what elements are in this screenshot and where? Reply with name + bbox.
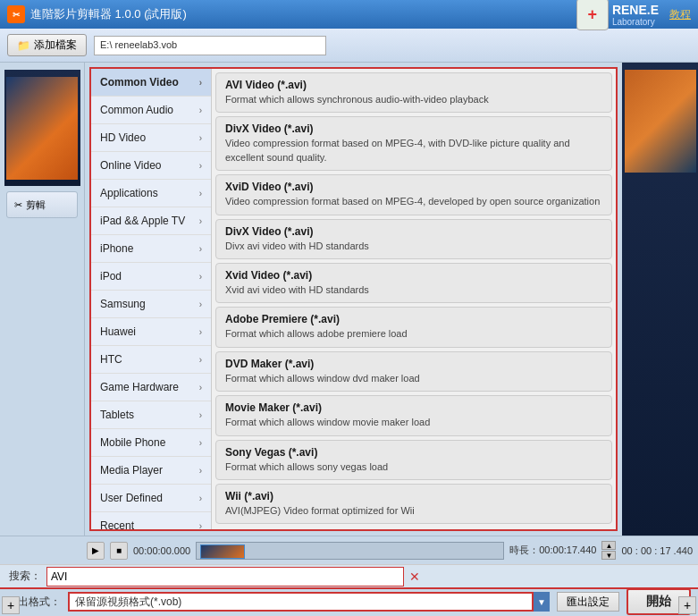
add-clip-right-button[interactable]: + (678, 596, 696, 614)
category-arrow-icon: › (199, 216, 202, 226)
format-name: Adobe Premiere (*.avi) (225, 313, 602, 325)
category-label: User Defined (100, 492, 163, 504)
preview-thumbnail-right (625, 70, 696, 173)
category-item-samsung[interactable]: Samsung› (91, 291, 211, 318)
edit-button[interactable]: ✂ 剪輯 (6, 191, 78, 218)
format-desc: Video compression format based on MPEG-4… (225, 137, 602, 165)
timeline-track[interactable] (196, 542, 504, 560)
play-button[interactable]: ▶ (87, 542, 105, 560)
format-item[interactable]: XviD Video (*.avi)Video compression form… (215, 174, 612, 215)
format-name: DVD Maker (*.avi) (225, 358, 602, 370)
category-list: Common Video›Common Audio›HD Video›Onlin… (91, 69, 212, 529)
format-item[interactable]: DVD Maker (*.avi)Format which allows win… (215, 351, 612, 392)
format-name: DivX Video (*.avi) (225, 122, 602, 135)
format-item[interactable]: Movie Maker (*.avi)Format which allows w… (215, 395, 612, 435)
category-arrow-icon: › (199, 78, 202, 88)
category-label: HTC (100, 353, 122, 366)
category-item-common-video[interactable]: Common Video› (91, 69, 211, 97)
time-spinner-down[interactable]: ▼ (601, 551, 616, 560)
category-label: iPhone (100, 242, 133, 255)
duration-display: 時長：00:00:17.440 (509, 544, 596, 557)
format-desc: AVI(MJPEG) Video format optimized for Wi… (225, 504, 602, 518)
category-item-recent[interactable]: Recent› (91, 512, 211, 529)
category-arrow-icon: › (199, 105, 202, 115)
category-arrow-icon: › (199, 161, 202, 171)
title-bar: ✂ 進階影片剪輯器 1.0.0 (試用版) + RENE.E Laborator… (0, 0, 698, 29)
category-item-ipad-apple-tv[interactable]: iPad && Apple TV› (91, 207, 211, 235)
format-item[interactable]: Wii (*.avi)AVI(MJPEG) Video format optim… (215, 484, 612, 524)
add-file-button[interactable]: 📁 添加檔案 (7, 34, 87, 56)
category-label: Mobile Phone (100, 436, 165, 449)
rene-logo-sub: Laboratory (612, 17, 659, 27)
timeline-clip (200, 544, 245, 559)
format-item[interactable]: Sony Vegas (*.avi)Format which allows so… (215, 440, 612, 480)
format-desc: Format which allows adobe premiere load (225, 327, 602, 341)
format-item[interactable]: Adobe Premiere (*.avi)Format which allow… (215, 307, 612, 347)
category-arrow-icon: › (199, 466, 202, 476)
search-input[interactable] (46, 567, 404, 586)
file-path-display: E:\ reneelab3.vob (94, 36, 326, 55)
category-arrow-icon: › (199, 244, 202, 254)
time-spinner: ▲ ▼ (601, 541, 616, 560)
title-bar-right: + RENE.E Laboratory 教程 (576, 0, 691, 30)
category-arrow-icon: › (199, 133, 202, 143)
format-name: Sony Vegas (*.avi) (225, 446, 602, 459)
stop-button[interactable]: ■ (110, 542, 128, 560)
category-item-tablets[interactable]: Tablets› (91, 401, 211, 429)
format-name: XviD Video (*.avi) (225, 181, 602, 193)
search-label: 搜索： (9, 569, 41, 584)
category-item-media-player[interactable]: Media Player› (91, 457, 211, 485)
time-spinner-up[interactable]: ▲ (601, 541, 616, 550)
category-item-hd-video[interactable]: HD Video› (91, 124, 211, 152)
app-icon: ✂ (7, 5, 25, 23)
category-label: iPod (100, 270, 122, 283)
category-item-common-audio[interactable]: Common Audio› (91, 97, 211, 124)
format-name: DivX Video (*.avi) (225, 225, 602, 238)
format-item[interactable]: DivX Video (*.avi)Video compression form… (215, 116, 612, 171)
format-item[interactable]: DivX Video (*.avi)Divx avi video with HD… (215, 219, 612, 259)
category-label: Huawei (100, 325, 136, 338)
category-arrow-icon: › (199, 300, 202, 309)
category-item-ipod[interactable]: iPod› (91, 263, 211, 291)
category-item-game-hardware[interactable]: Game Hardware› (91, 374, 211, 401)
export-format-dropdown-button[interactable]: ▼ (534, 592, 550, 612)
category-item-htc[interactable]: HTC› (91, 346, 211, 374)
category-label: Applications (100, 187, 158, 199)
scissors-icon: ✂ (14, 199, 22, 211)
toolbar: 📁 添加檔案 E:\ reneelab3.vob (0, 29, 698, 63)
export-settings-button[interactable]: 匯出設定 (557, 592, 619, 612)
format-item[interactable]: AVI Video (*.avi)Format which allows syn… (215, 72, 612, 113)
format-panel: Common Video›Common Audio›HD Video›Onlin… (89, 67, 618, 531)
category-item-iphone[interactable]: iPhone› (91, 235, 211, 263)
format-desc: Divx avi video with HD standards (225, 240, 602, 253)
main-area: ✂ 剪輯 Common Video›Common Audio›HD Video›… (0, 63, 698, 536)
search-clear-button[interactable]: ✕ (409, 570, 420, 584)
app-title: 進階影片剪輯器 1.0.0 (試用版) (30, 6, 187, 22)
category-arrow-icon: › (199, 410, 202, 420)
format-name: Xvid Video (*.avi) (225, 269, 602, 282)
rene-logo-icon: + (576, 0, 609, 30)
format-item[interactable]: Xvid Video (*.avi)Xvid avi video with HD… (215, 263, 612, 303)
category-item-applications[interactable]: Applications› (91, 180, 211, 207)
add-clip-left-button[interactable]: + (2, 596, 20, 614)
category-label: Common Audio (100, 104, 173, 116)
export-format-display: 保留源視頻格式(*.vob) (68, 592, 534, 612)
format-list: AVI Video (*.avi)Format which allows syn… (212, 69, 616, 529)
time-right-display: 00 : 00 : 17 .440 (621, 545, 693, 556)
timeline-row: + ▶ ■ 00:00:00.000 時長：00:00:17.440 + ▲ ▼… (0, 536, 698, 564)
category-item-huawei[interactable]: Huawei› (91, 318, 211, 346)
category-item-user-defined[interactable]: User Defined› (91, 485, 211, 512)
category-label: Recent (100, 519, 134, 529)
category-label: Tablets (100, 409, 134, 421)
category-item-online-video[interactable]: Online Video› (91, 152, 211, 180)
rene-logo-text: RENE.E (612, 3, 659, 17)
format-desc: Xvid avi video with HD standards (225, 283, 602, 297)
preview-thumbnail-left (6, 77, 78, 180)
category-label: Online Video (100, 159, 162, 172)
time-left-display: 00:00:00.000 (133, 545, 190, 556)
category-arrow-icon: › (199, 327, 202, 337)
tutorial-link[interactable]: 教程 (669, 7, 691, 22)
category-item-mobile-phone[interactable]: Mobile Phone› (91, 429, 211, 457)
category-label: Samsung (100, 298, 146, 310)
category-arrow-icon: › (199, 494, 202, 503)
